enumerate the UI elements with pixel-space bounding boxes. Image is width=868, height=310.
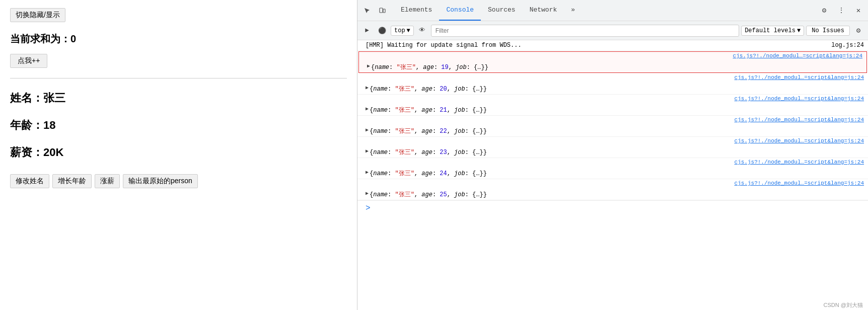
expand-triangle-5[interactable]: ▶ [366,148,369,154]
output-person-button[interactable]: 输出最原始的person [123,174,198,188]
hmr-message: [HMR] Waiting for update signal from WDS… [366,42,522,49]
console-obj-line-5: ▶ {name: "张三", age: 23, job: {…}} [357,147,868,158]
close-icon-btn[interactable]: ✕ [851,4,865,18]
hmr-line: [HMR] Waiting for update signal from WDS… [357,40,868,51]
console-link-line-7: cjs.js?!./node_modul…=script&lang=js:24 [357,179,868,189]
obj-content-1: {name: "张三", age: 19, job: {…}} [371,63,488,71]
expand-triangle-6[interactable]: ▶ [366,169,369,175]
left-panel: 切换隐藏/显示 当前求和为：0 点我++ 姓名：张三 年龄：18 薪资：20K … [0,0,357,310]
console-prompt-icon[interactable]: > [361,202,375,215]
console-prompt-bar: > [357,200,868,216]
console-obj-line-6: ▶ {name: "张三", age: 24, job: {…}} [357,168,868,179]
expand-triangle-2[interactable]: ▶ [366,85,369,91]
age-value: 18 [43,119,55,131]
console-obj-line-2: ▶ {name: "张三", age: 20, job: {…}} [357,84,868,94]
name-field: 姓名：张三 [10,91,347,106]
tab-network[interactable]: Network [523,0,564,21]
device-toolbar-icon-btn[interactable] [375,4,389,18]
increase-salary-button[interactable]: 涨薪 [95,174,120,188]
block-icon-btn[interactable]: ⚫ [376,24,389,37]
context-label: top [394,27,405,34]
modify-name-button[interactable]: 修改姓名 [10,174,49,188]
settings-icon-btn[interactable]: ⚙ [817,4,831,18]
toggle-button[interactable]: 切换隐藏/显示 [10,8,65,22]
devtools-console-toolbar: ► ⚫ top ▼ 👁 Default levels ▼ No Issues ⚙ [357,21,868,40]
cursor-icon-btn[interactable] [360,4,374,18]
console-group-5: cjs.js?!./node_modul…=script&lang=js:24 … [357,137,868,158]
console-output: [HMR] Waiting for update signal from WDS… [357,40,868,310]
devtools-corner-icons: ⚙ ⋮ ✕ [817,4,866,18]
console-link-line-6: cjs.js?!./node_modul…=script&lang=js:24 [357,158,868,168]
expand-triangle-4[interactable]: ▶ [366,127,369,133]
salary-field: 薪资：20K [10,145,347,160]
more-options-icon-btn[interactable]: ⋮ [834,4,848,18]
tab-sources[interactable]: Sources [481,0,523,21]
cjs-link-4[interactable]: cjs.js?!./node_modul…=script&lang=js:24 [735,117,864,123]
tab-more[interactable]: » [564,0,582,21]
console-group-7: cjs.js?!./node_modul…=script&lang=js:24 … [357,179,868,200]
expand-triangle-1[interactable]: ▶ [367,63,370,69]
expand-triangle-7[interactable]: ▶ [366,190,369,196]
console-link-line-2: cjs.js?!./node_modul…=script&lang=js:24 [357,73,868,84]
age-label: 年龄： [10,119,43,131]
tab-elements[interactable]: Elements [394,0,439,21]
devtools-topbar: Elements Console Sources Network » ⚙ ⋮ ✕ [357,0,868,21]
cjs-link-1[interactable]: cjs.js?!./node_modul…=script&lang=js:24 [733,53,862,59]
sum-label: 当前求和为： [10,33,70,44]
increase-age-button[interactable]: 增长年龄 [52,174,92,188]
tab-console[interactable]: Console [439,0,481,21]
sum-display: 当前求和为：0 [10,32,347,46]
console-group-highlighted: cjs.js?!./node_modul…=script&lang=js:24 … [358,51,867,73]
salary-label: 薪资： [10,146,43,159]
action-buttons: 修改姓名 增长年龄 涨薪 输出最原始的person [10,174,347,188]
default-levels-arrow: ▼ [797,27,801,34]
age-field: 年龄：18 [10,118,347,133]
console-link-line-5: cjs.js?!./node_modul…=script&lang=js:24 [357,137,868,147]
cjs-link-7[interactable]: cjs.js?!./node_modul…=script&lang=js:24 [735,180,864,186]
csdn-watermark: CSDN @刘大猫 [824,301,863,309]
console-group-3: cjs.js?!./node_modul…=script&lang=js:24 … [357,95,868,116]
play-icon-btn[interactable]: ► [360,24,374,37]
increment-button[interactable]: 点我++ [10,54,47,68]
console-obj-line-1: ▶ {name: "张三", age: 19, job: {…}} [359,62,866,72]
console-link-line-3: cjs.js?!./node_modul…=script&lang=js:24 [357,95,868,105]
obj-content-5: {name: "张三", age: 23, job: {…}} [370,148,487,157]
console-link-line-4: cjs.js?!./node_modul…=script&lang=js:24 [357,116,868,126]
eye-icon-btn[interactable]: 👁 [416,24,429,37]
svg-rect-0 [380,8,383,13]
salary-value: 20K [43,146,63,159]
console-obj-line-7: ▶ {name: "张三", age: 25, job: {…}} [357,189,868,200]
expand-triangle-3[interactable]: ▶ [366,106,369,112]
cjs-link-6[interactable]: cjs.js?!./node_modul…=script&lang=js:24 [735,159,864,165]
obj-content-3: {name: "张三", age: 21, job: {…}} [370,106,487,114]
obj-content-6: {name: "张三", age: 24, job: {…}} [370,169,487,178]
svg-rect-1 [383,9,385,13]
console-group-2: cjs.js?!./node_modul…=script&lang=js:24 … [357,73,868,95]
cjs-link-5[interactable]: cjs.js?!./node_modul…=script&lang=js:24 [735,138,864,144]
obj-content-2: {name: "张三", age: 20, job: {…}} [370,85,487,93]
context-selector[interactable]: top ▼ [391,26,414,36]
devtools-tabs: Elements Console Sources Network » [394,0,582,21]
console-obj-line-3: ▶ {name: "张三", age: 21, job: {…}} [357,105,868,115]
cjs-link-2[interactable]: cjs.js?!./node_modul…=script&lang=js:24 [735,74,864,81]
sum-value: 0 [70,33,76,44]
console-obj-line-4: ▶ {name: "张三", age: 22, job: {…}} [357,126,868,136]
no-issues-button[interactable]: No Issues [806,26,850,36]
console-link-line-1: cjs.js?!./node_modul…=script&lang=js:24 [359,52,866,62]
name-label: 姓名： [10,92,43,104]
devtools-panel: Elements Console Sources Network » ⚙ ⋮ ✕… [357,0,868,310]
cjs-link-3[interactable]: cjs.js?!./node_modul…=script&lang=js:24 [735,96,864,102]
filter-input[interactable] [431,25,739,37]
obj-content-4: {name: "张三", age: 22, job: {…}} [370,127,487,135]
divider [10,78,347,79]
context-dropdown-icon: ▼ [407,27,410,34]
default-levels-selector[interactable]: Default levels ▼ [741,26,804,36]
console-group-4: cjs.js?!./node_modul…=script&lang=js:24 … [357,116,868,137]
console-group-6: cjs.js?!./node_modul…=script&lang=js:24 … [357,158,868,179]
console-settings-icon[interactable]: ⚙ [852,24,865,37]
obj-content-7: {name: "张三", age: 25, job: {…}} [370,190,487,199]
name-value: 张三 [43,92,65,104]
hmr-link[interactable]: log.js:24 [831,42,864,49]
default-levels-label: Default levels [745,27,795,34]
